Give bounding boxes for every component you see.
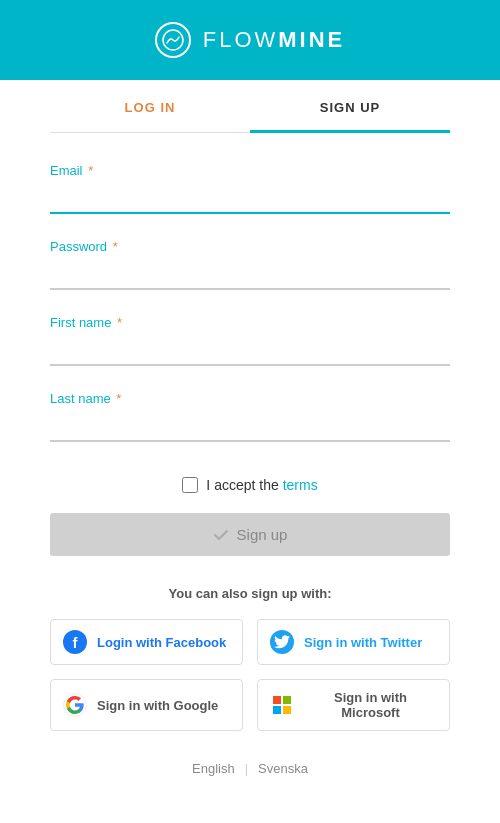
logo-icon <box>155 22 191 58</box>
facebook-button[interactable]: f Login with Facebook <box>50 619 243 665</box>
microsoft-button[interactable]: Sign in with Microsoft <box>257 679 450 731</box>
password-label: Password * <box>50 239 450 254</box>
tab-login[interactable]: LOG IN <box>50 80 250 132</box>
email-group: Email * <box>50 163 450 214</box>
language-swedish[interactable]: Svenska <box>258 761 308 776</box>
lastname-required: * <box>116 391 121 406</box>
app-header: FLOWMINE <box>0 0 500 80</box>
language-section: English | Svenska <box>50 761 450 776</box>
email-required: * <box>88 163 93 178</box>
lastname-label: Last name * <box>50 391 450 406</box>
main-content: LOG IN SIGN UP Email * Password * First … <box>0 80 500 823</box>
terms-label: I accept the terms <box>206 477 317 493</box>
signup-button[interactable]: Sign up <box>50 513 450 556</box>
twitter-icon <box>270 630 294 654</box>
facebook-label: Login with Facebook <box>97 635 226 650</box>
firstname-group: First name * <box>50 315 450 366</box>
lastname-group: Last name * <box>50 391 450 442</box>
terms-row: I accept the terms <box>50 477 450 493</box>
google-icon <box>63 693 87 717</box>
password-group: Password * <box>50 239 450 290</box>
app-title: FLOWMINE <box>203 27 346 53</box>
microsoft-label: Sign in with Microsoft <box>304 690 437 720</box>
microsoft-icon <box>270 693 294 717</box>
google-button[interactable]: Sign in with Google <box>50 679 243 731</box>
auth-tabs: LOG IN SIGN UP <box>50 80 450 133</box>
app-title-light: FLOW <box>203 27 279 52</box>
firstname-label: First name * <box>50 315 450 330</box>
password-required: * <box>113 239 118 254</box>
social-buttons: f Login with Facebook Sign in with Twitt… <box>50 619 450 731</box>
firstname-required: * <box>117 315 122 330</box>
terms-checkbox[interactable] <box>182 477 198 493</box>
twitter-label: Sign in with Twitter <box>304 635 422 650</box>
twitter-button[interactable]: Sign in with Twitter <box>257 619 450 665</box>
firstname-input[interactable] <box>50 336 450 366</box>
app-title-bold: MINE <box>278 27 345 52</box>
language-english[interactable]: English <box>192 761 235 776</box>
lastname-input[interactable] <box>50 412 450 442</box>
google-label: Sign in with Google <box>97 698 218 713</box>
or-section: You can also sign up with: <box>50 586 450 601</box>
check-icon <box>213 527 229 543</box>
tab-signup[interactable]: SIGN UP <box>250 80 450 133</box>
language-divider: | <box>245 761 248 776</box>
password-input[interactable] <box>50 260 450 290</box>
terms-link[interactable]: terms <box>283 477 318 493</box>
facebook-icon: f <box>63 630 87 654</box>
email-label: Email * <box>50 163 450 178</box>
email-input[interactable] <box>50 184 450 214</box>
